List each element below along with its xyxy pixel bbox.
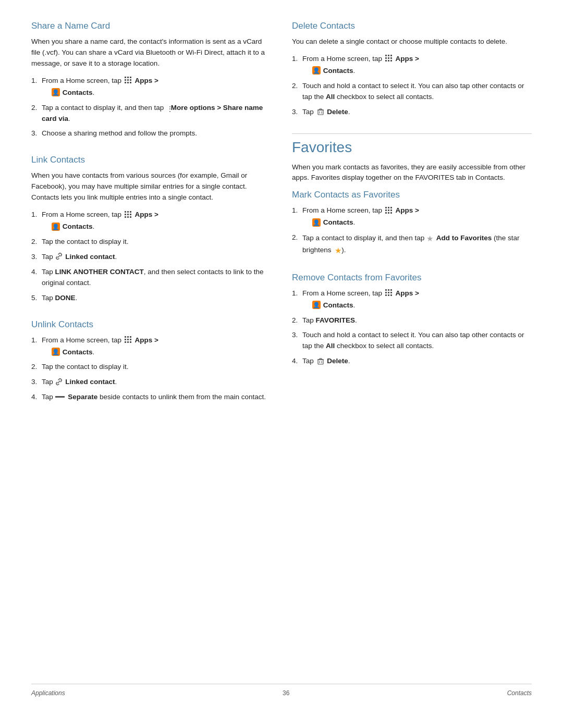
section-unlink-contacts: Unlink Contacts 1. From a Home screen, t… bbox=[31, 319, 271, 403]
svg-rect-59 bbox=[388, 294, 389, 296]
mark-steps: 1. From a Home screen, tap bbox=[292, 205, 532, 256]
contacts-block: 👤 Contacts. bbox=[42, 347, 271, 358]
apps-label: Apps > bbox=[396, 289, 419, 297]
svg-rect-19 bbox=[127, 336, 129, 338]
delete-title: Delete Contacts bbox=[292, 21, 532, 31]
share-step-2: 2. Tap a contact to display it, and then… bbox=[31, 103, 271, 125]
svg-rect-29 bbox=[390, 55, 392, 56]
unlink-step-2: 2. Tap the contact to display it. bbox=[31, 362, 271, 373]
contacts-icon: 👤 bbox=[52, 88, 60, 96]
link-desc: When you have contacts from various sour… bbox=[31, 170, 271, 203]
step-num: 3. bbox=[292, 107, 298, 118]
link-another-label: LINK ANOTHER CONTACT bbox=[55, 268, 144, 276]
svg-rect-26 bbox=[130, 341, 131, 343]
svg-rect-61 bbox=[318, 360, 323, 364]
contacts-block: 👤 Contacts. bbox=[302, 66, 532, 77]
contacts-icon: 👤 bbox=[52, 348, 60, 356]
delete-label: Delete bbox=[327, 357, 348, 365]
step-num: 3. bbox=[31, 252, 37, 263]
svg-rect-4 bbox=[127, 79, 129, 81]
trash-icon bbox=[317, 357, 324, 365]
link-chain-icon bbox=[55, 378, 63, 386]
more-options-text: More options > Share name card via bbox=[42, 104, 263, 122]
step-num: 2. bbox=[31, 362, 37, 373]
unlink-step-1: 1. From a Home screen, tap bbox=[31, 335, 271, 358]
unlink-title: Unlink Contacts bbox=[31, 319, 271, 330]
contacts-icon: 👤 bbox=[312, 218, 321, 227]
all-label: All bbox=[326, 342, 335, 350]
apps-grid-icon bbox=[124, 336, 132, 344]
contacts-label: Contacts bbox=[323, 67, 353, 75]
contacts-label: Contacts bbox=[63, 89, 93, 96]
contacts-label: Contacts bbox=[323, 218, 353, 226]
section-delete-contacts: Delete Contacts You can delete a single … bbox=[292, 21, 532, 118]
apps-grid-icon bbox=[385, 206, 393, 215]
svg-rect-12 bbox=[125, 214, 126, 215]
page: Share a Name Card When you share a name … bbox=[0, 0, 563, 728]
svg-rect-44 bbox=[388, 207, 389, 208]
share-steps: 1. From a Home screen, tap bbox=[31, 76, 271, 140]
apps-label: Apps > bbox=[396, 206, 419, 214]
footer-page-number: 36 bbox=[283, 689, 289, 697]
unlink-step-3: 3. Tap Linked contact. bbox=[31, 377, 271, 388]
step-num: 4. bbox=[292, 356, 298, 367]
contacts-block: 👤 Contacts. bbox=[42, 221, 271, 232]
svg-rect-28 bbox=[388, 55, 389, 56]
delete-label: Delete bbox=[327, 108, 348, 116]
link-chain-icon bbox=[55, 253, 63, 260]
step-num: 2. bbox=[292, 315, 298, 326]
contacts-icon: 👤 bbox=[312, 66, 321, 75]
step-num: 2. bbox=[292, 232, 298, 243]
share-step-1: 1. From a Home screen, tap bbox=[31, 76, 271, 98]
remove-step-1: 1. From a Home screen, tap bbox=[292, 288, 532, 311]
section-mark-favorites: Mark Contacts as Favorites 1. From a Hom… bbox=[292, 190, 532, 256]
step-num: 1. bbox=[31, 209, 37, 220]
svg-rect-0 bbox=[125, 77, 126, 78]
more-options-icon bbox=[166, 104, 168, 111]
svg-rect-48 bbox=[390, 209, 392, 211]
left-column: Share a Name Card When you share a name … bbox=[31, 21, 271, 673]
apps-grid-icon bbox=[385, 289, 393, 297]
svg-rect-16 bbox=[127, 216, 129, 218]
linked-contact-label: Linked contact bbox=[65, 253, 115, 261]
svg-rect-14 bbox=[130, 214, 131, 215]
contacts-icon: 👤 bbox=[312, 301, 321, 309]
apps-label: Apps > bbox=[135, 77, 158, 84]
step-num: 1. bbox=[292, 288, 298, 299]
svg-rect-54 bbox=[390, 289, 392, 291]
svg-rect-58 bbox=[385, 294, 387, 296]
svg-rect-35 bbox=[390, 60, 392, 61]
svg-rect-6 bbox=[125, 82, 126, 83]
link-step-3: 3. Tap Linked contact. bbox=[31, 252, 271, 263]
svg-rect-2 bbox=[130, 77, 131, 78]
svg-rect-36 bbox=[318, 110, 323, 115]
favorites-title: Favorites bbox=[292, 133, 532, 156]
step-num: 4. bbox=[31, 267, 37, 278]
separate-line-icon bbox=[55, 396, 65, 398]
trash-icon bbox=[317, 108, 324, 115]
link-step-1: 1. From a Home screen, tap bbox=[31, 209, 271, 232]
favorites-tab-label: FAVORITES bbox=[316, 316, 356, 324]
svg-rect-34 bbox=[388, 60, 389, 61]
section-remove-favorites: Remove Contacts from Favorites 1. From a… bbox=[292, 273, 532, 367]
section-share-name-card: Share a Name Card When you share a name … bbox=[31, 21, 271, 139]
star-filled-icon: ★ bbox=[335, 244, 341, 256]
svg-rect-52 bbox=[385, 289, 387, 291]
delete-step-2: 2. Touch and hold a contact to select it… bbox=[292, 81, 532, 103]
favorites-desc: When you mark contacts as favorites, the… bbox=[292, 162, 532, 184]
delete-step-3: 3. Tap bbox=[292, 107, 532, 118]
done-label: DONE bbox=[55, 294, 76, 302]
step-num: 1. bbox=[292, 54, 298, 65]
delete-steps: 1. From a Home screen, tap bbox=[292, 54, 532, 118]
step-num: 1. bbox=[31, 335, 37, 346]
svg-rect-32 bbox=[390, 57, 392, 59]
svg-rect-45 bbox=[390, 207, 392, 208]
mark-step-1: 1. From a Home screen, tap bbox=[292, 205, 532, 228]
linked-contact-label: Linked contact bbox=[65, 378, 115, 386]
apps-label: Apps > bbox=[135, 336, 158, 344]
svg-rect-53 bbox=[388, 289, 389, 291]
contacts-block: 👤 Contacts. bbox=[302, 300, 532, 311]
step-num: 3. bbox=[292, 330, 298, 341]
step-num: 5. bbox=[31, 293, 37, 304]
footer-right: Contacts bbox=[507, 689, 532, 697]
